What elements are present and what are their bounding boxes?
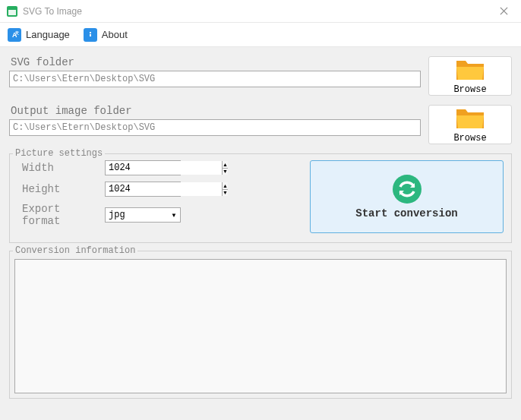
info-legend: Conversion information [13, 245, 137, 256]
svg-browse-label: Browse [453, 84, 486, 95]
settings-legend: Picture settings [13, 148, 105, 159]
svg-browse-button[interactable]: Browse [428, 56, 512, 96]
chevron-down-icon[interactable]: ▼ [168, 208, 180, 222]
width-label: Width [17, 162, 105, 174]
menu-about-label: About [102, 29, 128, 40]
svg-point-9 [393, 175, 422, 204]
start-button-label: Start conversion [355, 207, 457, 219]
svg-rect-8 [90, 34, 91, 36]
width-down-icon[interactable]: ▼ [223, 169, 228, 175]
close-icon[interactable] [492, 0, 515, 23]
svg-folder-label: SVG folder [9, 56, 421, 68]
language-icon: A 文 [8, 28, 21, 42]
start-conversion-button[interactable]: Start conversion [310, 160, 504, 233]
info-textarea[interactable] [14, 259, 507, 393]
output-folder-label: Output image folder [9, 105, 421, 117]
menubar: A 文 Language About [0, 23, 521, 47]
app-icon [6, 5, 18, 17]
height-up-icon[interactable]: ▲ [223, 182, 228, 190]
info-fieldset: Conversion information [9, 251, 512, 399]
svg-folder-section: SVG folder Browse [9, 56, 512, 96]
titlebar: SVG To Image [0, 0, 521, 23]
width-field[interactable] [106, 161, 222, 175]
height-input[interactable]: ▲ ▼ [105, 182, 181, 197]
height-field[interactable] [106, 182, 222, 196]
output-browse-button[interactable]: Browse [428, 105, 512, 144]
window-title: SVG To Image [23, 6, 492, 17]
svg-rect-2 [8, 8, 16, 10]
about-icon [84, 28, 97, 42]
folder-icon [455, 106, 485, 130]
menu-language[interactable]: A 文 Language [8, 28, 70, 42]
content-area: SVG folder Browse Output image folder Br… [0, 47, 521, 420]
output-browse-label: Browse [453, 133, 486, 144]
output-folder-input[interactable] [9, 119, 421, 136]
height-down-icon[interactable]: ▼ [223, 190, 228, 197]
svg-folder-input[interactable] [9, 71, 421, 87]
convert-icon [392, 174, 422, 204]
width-input[interactable]: ▲ ▼ [105, 160, 181, 175]
format-select[interactable]: jpg ▼ [105, 207, 181, 223]
output-folder-section: Output image folder Browse [9, 105, 512, 144]
folder-icon [455, 57, 485, 81]
settings-fieldset: Picture settings Width ▲ ▼ Height [9, 153, 512, 243]
svg-text:文: 文 [14, 30, 19, 35]
menu-about[interactable]: About [84, 28, 128, 42]
menu-language-label: Language [26, 29, 70, 40]
format-label: Export format [17, 203, 105, 227]
height-label: Height [17, 183, 105, 195]
format-value: jpg [106, 208, 168, 222]
width-up-icon[interactable]: ▲ [223, 161, 228, 169]
svg-rect-7 [90, 32, 91, 33]
